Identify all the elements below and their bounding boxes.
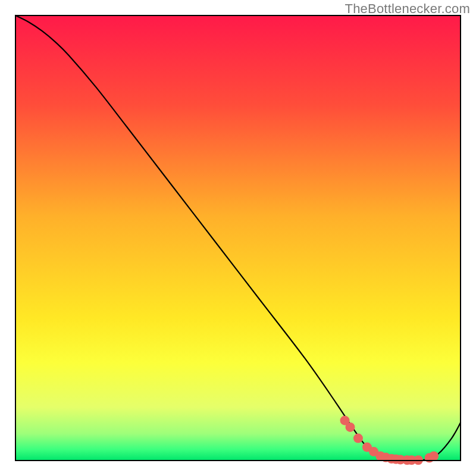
- gradient-background: [15, 15, 461, 461]
- highlight-dot: [429, 452, 439, 461]
- highlight-dot: [353, 434, 363, 443]
- highlight-dot: [345, 422, 355, 432]
- bottleneck-curve-chart: [0, 0, 476, 476]
- attribution-text: TheBottlenecker.com: [345, 1, 470, 17]
- chart-container: TheBottlenecker.com: [0, 0, 476, 476]
